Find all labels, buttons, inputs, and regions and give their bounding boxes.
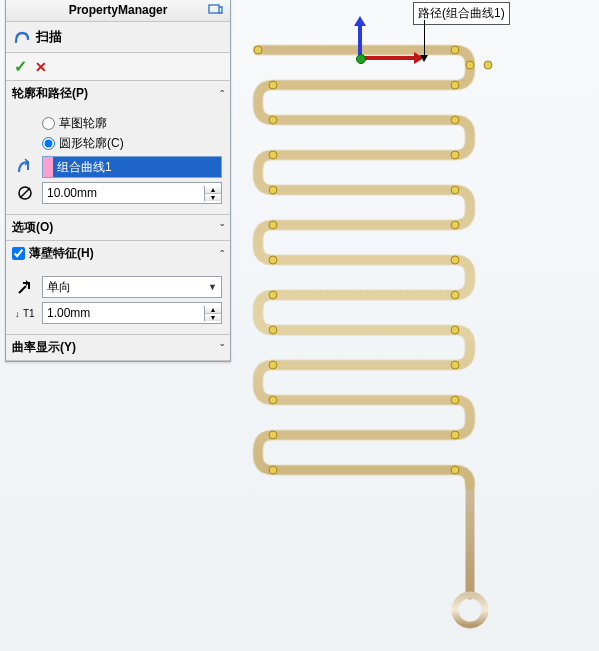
svg-point-1 (254, 46, 262, 54)
svg-point-10 (269, 186, 277, 194)
diameter-icon (14, 182, 36, 204)
svg-point-26 (269, 466, 277, 474)
svg-point-20 (269, 361, 277, 369)
thickness-field[interactable]: 1.00mm ▲▼ (42, 302, 222, 324)
svg-point-27 (451, 466, 459, 474)
section-header-curvature[interactable]: 曲率显示(Y) ˇ (6, 335, 230, 360)
chevron-up-icon: ˆ (220, 88, 224, 100)
radio-sketch-label: 草图轮廓 (59, 115, 107, 132)
section-label: 曲率显示(Y) (12, 339, 76, 356)
svg-point-12 (269, 221, 277, 229)
section-options: 选项(O) ˇ (6, 215, 230, 241)
svg-text:↓: ↓ (15, 309, 20, 319)
section-label: 选项(O) (12, 219, 53, 236)
callout-leader (424, 20, 425, 55)
svg-point-3 (466, 61, 474, 69)
triad-x-axis (358, 56, 416, 60)
ok-button[interactable]: ✓ (14, 57, 27, 76)
thin-feature-checkbox[interactable] (12, 247, 25, 260)
pm-title-text: PropertyManager (69, 3, 168, 17)
section-thin-feature: 薄壁特征(H) ˆ 单向 ▼ ↓T1 1.00mm ▲▼ (6, 241, 230, 335)
svg-point-18 (269, 326, 277, 334)
feature-header: 扫描 (6, 22, 230, 53)
reverse-direction-icon[interactable] (14, 276, 36, 298)
svg-point-2 (451, 46, 459, 54)
path-callout[interactable]: 路径(组合曲线1) (413, 2, 510, 25)
thickness-spinner[interactable]: ▲▼ (204, 306, 221, 321)
spin-down[interactable]: ▼ (205, 314, 221, 321)
svg-point-15 (451, 256, 459, 264)
svg-point-9 (451, 151, 459, 159)
diameter-value: 10.00mm (43, 186, 204, 200)
direction-select[interactable]: 单向 ▼ (42, 276, 222, 298)
svg-rect-29 (209, 5, 219, 13)
thin-feature-label: 薄壁特征(H) (29, 245, 94, 262)
thickness-value: 1.00mm (43, 306, 204, 320)
svg-point-13 (451, 221, 459, 229)
radio-sketch-input[interactable] (42, 117, 55, 130)
svg-point-7 (451, 116, 459, 124)
svg-point-11 (451, 186, 459, 194)
thickness-icon: ↓T1 (14, 302, 36, 324)
svg-point-25 (451, 431, 459, 439)
triad-y-arrow (354, 16, 366, 26)
diameter-spinner[interactable]: ▲▼ (204, 186, 221, 201)
section-label: 轮廓和路径(P) (12, 85, 88, 102)
pin-icon[interactable] (206, 1, 224, 19)
svg-point-14 (269, 256, 277, 264)
radio-circle-input[interactable] (42, 137, 55, 150)
svg-point-4 (269, 81, 277, 89)
sweep-icon (14, 29, 30, 45)
svg-point-21 (451, 361, 459, 369)
cancel-button[interactable]: ✕ (35, 59, 47, 75)
svg-point-8 (269, 151, 277, 159)
section-profile-path: 轮廓和路径(P) ˆ 草图轮廓 圆形轮廓(C) 组合曲线1 (6, 81, 230, 215)
radio-circle-profile[interactable]: 圆形轮廓(C) (42, 135, 222, 152)
direction-value: 单向 (47, 279, 71, 296)
path-type-indicator (43, 157, 53, 177)
diameter-field[interactable]: 10.00mm ▲▼ (42, 182, 222, 204)
svg-point-19 (451, 326, 459, 334)
pm-title-bar: PropertyManager (6, 0, 230, 22)
radio-sketch-profile[interactable]: 草图轮廓 (42, 115, 222, 132)
svg-point-5 (451, 81, 459, 89)
dropdown-arrow-icon: ▼ (208, 282, 217, 292)
svg-point-16 (269, 291, 277, 299)
svg-text:T1: T1 (23, 308, 35, 319)
spin-down[interactable]: ▼ (205, 194, 221, 201)
svg-point-22 (269, 396, 277, 404)
property-manager-panel: PropertyManager 扫描 ✓ ✕ 轮廓和路径(P) ˆ 草图轮廓 圆… (5, 0, 231, 362)
triad-origin (356, 54, 366, 64)
chevron-down-icon: ˇ (220, 342, 224, 354)
svg-point-6 (269, 116, 277, 124)
pm-actions: ✓ ✕ (6, 53, 230, 81)
path-value: 组合曲线1 (53, 157, 221, 177)
feature-name: 扫描 (36, 28, 62, 46)
thin-feature-header[interactable]: 薄壁特征(H) ˆ (6, 241, 230, 266)
chevron-up-icon: ˆ (220, 248, 224, 260)
section-header-options[interactable]: 选项(O) ˇ (6, 215, 230, 240)
section-header-profile-path[interactable]: 轮廓和路径(P) ˆ (6, 81, 230, 106)
radio-circle-label: 圆形轮廓(C) (59, 135, 124, 152)
svg-point-28 (484, 61, 492, 69)
svg-point-23 (451, 396, 459, 404)
chevron-down-icon: ˇ (220, 222, 224, 234)
section-curvature: 曲率显示(Y) ˇ (6, 335, 230, 361)
svg-point-17 (451, 291, 459, 299)
svg-line-31 (20, 188, 30, 198)
path-selection-field[interactable]: 组合曲线1 (42, 156, 222, 178)
model-preview (240, 40, 520, 640)
path-icon (14, 156, 36, 178)
spin-up[interactable]: ▲ (205, 186, 221, 194)
callout-arrow (420, 55, 428, 62)
spin-up[interactable]: ▲ (205, 306, 221, 314)
svg-point-24 (269, 431, 277, 439)
